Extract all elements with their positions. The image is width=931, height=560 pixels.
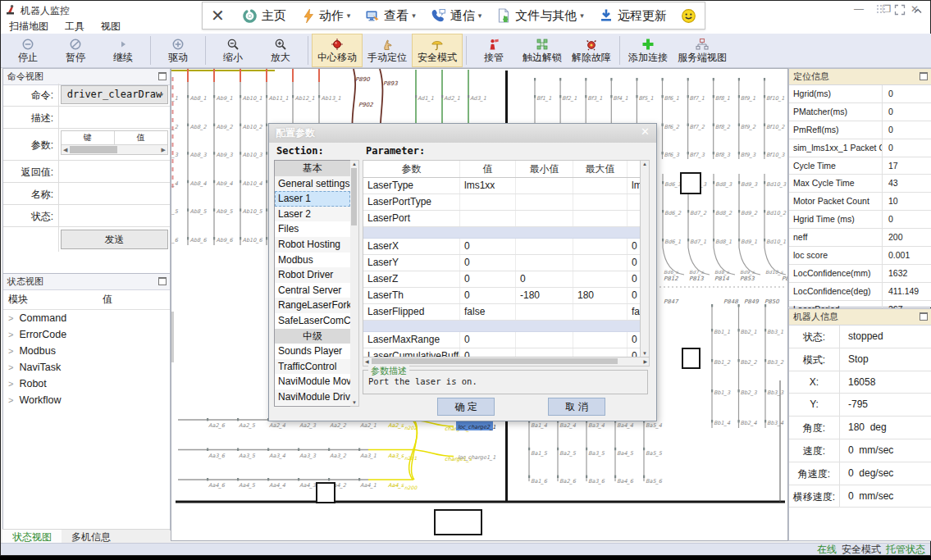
toolbar-add-connection-button[interactable]: 添加连接 — [623, 34, 673, 67]
section-item-12[interactable]: Sounds Player — [275, 344, 350, 359]
toolbar-clear-fault-button[interactable]: 解除故障 — [567, 34, 616, 67]
svg-text:Bf6_1: Bf6_1 — [664, 95, 679, 102]
quickbar-home-button[interactable]: 主页 — [242, 8, 286, 24]
float-panel-icon[interactable] — [920, 72, 928, 80]
configure-parameters-dialog: 配置参数 ✕ Section: Parameter: 基本General set… — [268, 123, 657, 421]
toolbar-takeover-button[interactable]: 接管 — [470, 34, 518, 67]
tree-item-workflow[interactable]: >Workflow — [3, 392, 170, 408]
parameter-row-LaserType[interactable]: LaserTypelms1xxlm — [363, 178, 641, 194]
params-hscrollbar[interactable]: ◀▶ — [62, 145, 167, 154]
dialog-close-icon[interactable]: ✕ — [641, 125, 650, 138]
expander-icon[interactable]: > — [8, 346, 13, 356]
menu-item-1[interactable]: 工具 — [57, 18, 93, 35]
toolbar-button-label: 触边解锁 — [523, 52, 562, 63]
parameter-row-LaserFlipped[interactable]: LaserFlippedfalsefa — [363, 304, 641, 321]
section-item-14[interactable]: NaviModule Move — [275, 374, 350, 389]
parameter-row-LaserPortType[interactable]: LaserPortType — [363, 194, 641, 211]
section-item-10[interactable]: SafeLaserComConfig — [275, 313, 350, 329]
svg-text:Bf7_2: Bf7_2 — [690, 124, 705, 130]
parameter-separator-row — [363, 321, 641, 332]
toolbar-manual-locate-button[interactable]: 手动定位 — [363, 34, 412, 67]
params-table[interactable]: 键值 ◀▶ — [61, 130, 168, 155]
toolbar-pause-button[interactable]: 暂停 — [52, 34, 99, 67]
cancel-button[interactable]: 取 消 — [548, 398, 605, 416]
parameter-cell: LaserPort — [363, 211, 460, 226]
expander-icon[interactable]: > — [8, 362, 13, 372]
toolbar-safe-mode-button[interactable]: 安全模式 — [412, 34, 463, 67]
grid-dots-icon[interactable] — [877, 4, 888, 19]
expander-icon[interactable]: > — [8, 379, 13, 389]
quickbar-update-button[interactable]: 远程更新 — [599, 8, 667, 24]
parameter-table[interactable]: 参数值最小值最大值LaserTypelms1xxlmLaserPortTypeL… — [363, 160, 641, 366]
section-item-1[interactable]: General settings — [275, 176, 350, 192]
section-item-3[interactable]: Laser 2 — [275, 207, 350, 222]
section-item-4[interactable]: Files — [275, 221, 350, 237]
section-item-5[interactable]: Robot Hosting — [275, 237, 350, 253]
tree-item-modbus[interactable]: >Modbus — [3, 343, 170, 359]
quickbar-action-button[interactable]: 动作▾ — [301, 8, 351, 24]
quickbar-comm-button[interactable]: 通信▾ — [431, 8, 482, 24]
loc-label: loc score — [789, 247, 882, 264]
toolbar-zoom-out-button[interactable]: 缩小 — [209, 34, 257, 67]
minimize-button[interactable]: — — [847, 2, 871, 16]
toolbar-edge-unlock-button[interactable]: 触边解锁 — [518, 34, 567, 67]
ok-button[interactable]: 确 定 — [437, 398, 495, 416]
toolbar-zoom-in-button[interactable]: 放大 — [257, 34, 304, 67]
section-item-13[interactable]: TrafficControl — [275, 359, 350, 375]
map-canvas[interactable]: Ab8_1Ab8_2Ab8_3Ab8_4Ab8_5Ab8_6Ab9_1Ab9_2… — [171, 68, 788, 541]
fullscreen-icon[interactable] — [894, 4, 906, 19]
expander-icon[interactable]: > — [8, 395, 13, 405]
toolbar-resume-button[interactable]: 继续 — [99, 34, 147, 67]
parameter-row-LaserTh[interactable]: LaserTh0-1801800 — [363, 288, 641, 304]
parameter-vscrollbar[interactable]: ▲▼ — [640, 160, 650, 357]
section-item-8[interactable]: Central Server — [275, 283, 350, 298]
section-item-6[interactable]: Modbus — [275, 253, 350, 268]
command-dropdown[interactable]: driver_clearDraw▾ — [61, 85, 168, 104]
section-item-9[interactable]: RangeLaserForkBox — [275, 298, 350, 313]
quickbar-close-icon[interactable]: ✕ — [211, 6, 225, 25]
toolbar-drive-button[interactable]: 驱动 — [154, 34, 202, 67]
toolbar-center-move-button[interactable]: 中心移动 — [312, 34, 363, 67]
svg-text:_3: _3 — [171, 152, 179, 158]
tree-item-command[interactable]: >Command — [3, 310, 170, 326]
section-item-11: 中级 — [275, 329, 350, 344]
tree-item-navitask[interactable]: >NaviTask — [3, 359, 170, 376]
float-panel-icon[interactable] — [158, 72, 167, 80]
collapse-caret-icon[interactable] — [912, 4, 924, 19]
smiley-icon[interactable] — [681, 8, 696, 24]
svg-text:Aa4_5: Aa4_5 — [239, 482, 256, 489]
parameter-row-LaserX[interactable]: LaserX00 — [363, 239, 641, 255]
expander-icon[interactable]: > — [8, 313, 13, 323]
parameter-row-LaserZ[interactable]: LaserZ000 — [363, 271, 641, 288]
svg-text:Bb2_1: Bb2_1 — [741, 329, 757, 335]
dialog-titlebar[interactable]: 配置参数 — [269, 124, 656, 143]
robot-label: 横移速度: — [789, 485, 840, 508]
tree-item-robot[interactable]: >Robot — [3, 376, 170, 392]
menu-item-0[interactable]: 扫描地图 — [1, 18, 57, 35]
float-panel-icon[interactable] — [920, 312, 928, 321]
svg-text:Bd10_s: Bd10_s — [765, 269, 784, 275]
float-panel-icon[interactable] — [158, 277, 167, 285]
section-item-15[interactable]: NaviModule Drive — [275, 389, 350, 405]
toolbar-server-view-button[interactable]: 服务端视图 — [673, 34, 732, 67]
section-item-7[interactable]: Robot Driver — [275, 267, 350, 283]
svg-text:Ab8_3: Ab8_3 — [190, 152, 208, 158]
parameter-row-LaserY[interactable]: LaserY00 — [363, 255, 641, 271]
svg-text:Bd9_3: Bd9_3 — [741, 181, 758, 188]
parameter-cell — [573, 178, 628, 193]
expander-icon[interactable]: > — [8, 330, 13, 339]
send-button[interactable]: 发送 — [61, 230, 168, 249]
toolbar-button-label: 驱动 — [168, 52, 188, 63]
quickbar-file-button[interactable]: 文件与其他▾ — [496, 8, 584, 24]
tree-item-errorcode[interactable]: >ErrorCode — [3, 326, 170, 343]
parameter-row-LaserPort[interactable]: LaserPort — [363, 211, 641, 227]
menu-item-2[interactable]: 视图 — [93, 18, 129, 35]
svg-text:Bd6_3: Bd6_3 — [664, 181, 682, 188]
quickbar-view-button[interactable]: 查看▾ — [365, 8, 416, 24]
section-scrollbar[interactable]: ▲▼ — [350, 160, 359, 407]
toolbar-stop-button[interactable]: 停止 — [4, 34, 52, 67]
section-item-2[interactable]: Laser 1 — [275, 191, 350, 207]
desc-field[interactable] — [59, 107, 170, 128]
parameter-row-LaserMaxRange[interactable]: LaserMaxRange00 — [363, 332, 641, 348]
section-list[interactable]: 基本General settingsLaser 1Laser 2FilesRob… — [274, 160, 351, 407]
